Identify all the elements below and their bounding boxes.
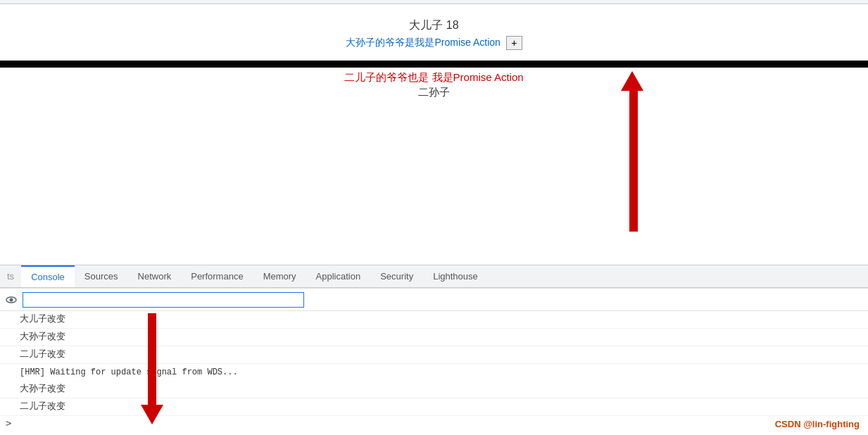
erzi-promise-text: 二儿子的爷爷也是 我是Promise Action	[344, 71, 523, 84]
tab-application[interactable]: Application	[306, 265, 371, 287]
dazizi-text: 大儿子 18	[346, 18, 522, 33]
tab-security[interactable]: Security	[370, 265, 423, 287]
console-line-1: 大儿子改变	[0, 311, 868, 329]
watermark: CSDN @lin-fighting	[775, 419, 860, 429]
console-line-5: 大孙子改变	[0, 381, 868, 398]
arrow-up-head	[621, 71, 643, 91]
arrow-up-shaft	[629, 91, 638, 232]
tab-network[interactable]: Network	[128, 265, 182, 287]
mid-text-block: 二儿子的爷爷也是 我是Promise Action 二孙子	[344, 71, 523, 99]
console-toolbar	[0, 289, 868, 311]
tab-partial-ts: ts	[0, 267, 21, 286]
console-prompt[interactable]: >	[0, 416, 868, 430]
console-panel: 大儿子改变 大孙子改变 二儿子改变 [HMR] Waiting for upda…	[0, 288, 868, 435]
main-content-area: 大儿子 18 大孙子的爷爷是我是Promise Action + 二儿子的爷爷也…	[0, 4, 868, 265]
console-line-6: 二儿子改变	[0, 398, 868, 416]
grandson-promise-text: 大孙子的爷爷是我是Promise Action	[346, 37, 500, 48]
ersunzi-text: 二孙子	[344, 86, 523, 99]
plus-button[interactable]: +	[506, 36, 522, 50]
devtools-tab-bar: ts Console Sources Network Performance M…	[0, 265, 868, 288]
tab-sources[interactable]: Sources	[75, 265, 128, 287]
eye-icon[interactable]	[4, 293, 18, 307]
top-text-block: 大儿子 18 大孙子的爷爷是我是Promise Action +	[346, 18, 522, 50]
svg-point-1	[10, 298, 13, 301]
red-up-arrow	[627, 71, 649, 232]
console-filter-input[interactable]	[23, 292, 304, 308]
tab-performance[interactable]: Performance	[181, 265, 253, 287]
console-line-2: 大孙子改变	[0, 329, 868, 346]
console-line-3: 二儿子改变	[0, 346, 868, 364]
console-line-hmr: [HMR] Waiting for update signal from WDS…	[0, 364, 868, 381]
black-divider-bar	[0, 61, 868, 68]
tab-lighthouse[interactable]: Lighthouse	[423, 265, 488, 287]
tab-memory[interactable]: Memory	[253, 265, 306, 287]
console-messages: 大儿子改变 大孙子改变 二儿子改变 [HMR] Waiting for upda…	[0, 311, 868, 416]
tab-console[interactable]: Console	[21, 265, 75, 287]
